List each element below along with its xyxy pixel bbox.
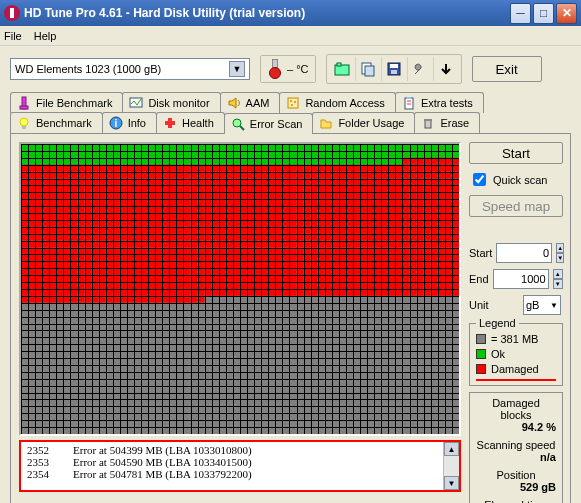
svg-rect-6 xyxy=(391,70,397,74)
thermometer-icon xyxy=(267,59,281,79)
legend-title: Legend xyxy=(476,317,519,329)
save-button[interactable] xyxy=(381,57,407,81)
bulb-icon xyxy=(17,116,31,130)
log-scrollbar[interactable]: ▲ ▼ xyxy=(443,442,459,490)
tab-erase[interactable]: Erase xyxy=(414,112,480,133)
tab-label: Disk monitor xyxy=(148,97,209,109)
side-panel: Start Quick scan Speed map Start ▲▼ End … xyxy=(469,142,563,503)
minimize-button[interactable]: ─ xyxy=(510,3,531,24)
tab-aam[interactable]: AAM xyxy=(220,92,281,113)
app-icon xyxy=(4,5,20,21)
svg-point-14 xyxy=(291,104,293,106)
trash-icon xyxy=(421,116,435,130)
damaged-blocks-value: 94.2 % xyxy=(476,421,556,433)
scroll-down-icon[interactable]: ▼ xyxy=(444,476,459,490)
temperature-value: – °C xyxy=(287,63,309,75)
quick-scan-label: Quick scan xyxy=(493,174,547,186)
svg-point-12 xyxy=(290,100,292,102)
copy-screenshot-button[interactable] xyxy=(329,57,355,81)
drive-select-value: WD Elements 1023 (1000 gB) xyxy=(15,63,161,75)
end-input[interactable] xyxy=(493,269,549,289)
log-row: 2353Error at 504590 MB (LBA 1033401500) xyxy=(27,456,437,468)
menu-help[interactable]: Help xyxy=(34,30,57,42)
chevron-down-icon: ▼ xyxy=(550,301,558,310)
tab-extra-tests[interactable]: Extra tests xyxy=(395,92,484,113)
legend-ok-label: Ok xyxy=(491,348,505,360)
copy-icon xyxy=(360,61,376,77)
file-benchmark-icon xyxy=(17,96,31,110)
svg-rect-27 xyxy=(425,120,431,128)
tab-area: File Benchmark Disk monitor AAM Random A… xyxy=(10,92,571,503)
block-swatch xyxy=(476,334,486,344)
exit-button[interactable]: Exit xyxy=(472,56,542,82)
tab-error-scan[interactable]: Error Scan xyxy=(224,113,314,134)
tab-label: Health xyxy=(182,117,214,129)
svg-marker-10 xyxy=(229,98,236,108)
maximize-button[interactable]: □ xyxy=(533,3,554,24)
window-title: HD Tune Pro 4.61 - Hard Disk Utility (tr… xyxy=(24,6,508,20)
error-log: 2352Error at 504399 MB (LBA 1033010800)2… xyxy=(19,440,461,492)
scroll-up-icon[interactable]: ▲ xyxy=(444,442,459,456)
end-spinner[interactable]: ▲▼ xyxy=(553,269,563,289)
tab-label: Error Scan xyxy=(250,118,303,130)
tab-row-top: File Benchmark Disk monitor AAM Random A… xyxy=(10,92,571,113)
start-input[interactable] xyxy=(496,243,552,263)
tab-folder-usage[interactable]: Folder Usage xyxy=(312,112,415,133)
svg-rect-5 xyxy=(390,64,398,68)
unit-select[interactable]: gB ▼ xyxy=(523,295,561,315)
clipboard-icon xyxy=(402,96,416,110)
svg-rect-3 xyxy=(365,66,374,76)
tab-random-access[interactable]: Random Access xyxy=(279,92,395,113)
svg-text:i: i xyxy=(114,118,117,129)
start-spinner[interactable]: ▲▼ xyxy=(556,243,564,263)
svg-rect-8 xyxy=(20,106,28,109)
legend-damaged-label: Damaged xyxy=(491,363,539,375)
tab-label: Erase xyxy=(440,117,469,129)
stats-box: Damaged blocks 94.2 % Scanning speed n/a… xyxy=(469,392,563,503)
title-bar: HD Tune Pro 4.61 - Hard Disk Utility (tr… xyxy=(0,0,581,26)
tab-benchmark[interactable]: Benchmark xyxy=(10,112,103,133)
legend: Legend = 381 MB Ok Damaged xyxy=(469,323,563,386)
tab-info[interactable]: i Info xyxy=(102,112,157,133)
folder-icon xyxy=(319,116,333,130)
health-icon xyxy=(163,116,177,130)
settings-button[interactable] xyxy=(407,57,433,81)
tab-body-error-scan: 2352Error at 504399 MB (LBA 1033010800)2… xyxy=(10,133,571,503)
speaker-icon xyxy=(227,96,241,110)
svg-point-25 xyxy=(233,119,241,127)
tab-label: Random Access xyxy=(305,97,384,109)
tab-file-benchmark[interactable]: File Benchmark xyxy=(10,92,123,113)
tab-label: Info xyxy=(128,117,146,129)
arrow-down-icon xyxy=(438,61,454,77)
copy-text-button[interactable] xyxy=(355,57,381,81)
temperature-display: – °C xyxy=(260,55,316,83)
tab-label: AAM xyxy=(246,97,270,109)
scanning-speed-value: n/a xyxy=(476,451,556,463)
tab-label: Benchmark xyxy=(36,117,92,129)
start-button[interactable]: Start xyxy=(469,142,563,164)
scanning-speed-label: Scanning speed xyxy=(476,439,556,451)
menu-file[interactable]: File xyxy=(4,30,22,42)
log-row: 2352Error at 504399 MB (LBA 1033010800) xyxy=(27,444,437,456)
elapsed-time-label: Elapsed time xyxy=(476,499,556,503)
tab-label: File Benchmark xyxy=(36,97,112,109)
toolbar: WD Elements 1023 (1000 gB) ▼ – °C Exit xyxy=(0,46,581,92)
svg-rect-11 xyxy=(288,98,298,108)
svg-line-26 xyxy=(240,126,244,130)
tab-row-bottom: Benchmark i Info Health Error Scan Folde… xyxy=(10,112,571,133)
log-row: 2354Error at 504781 MB (LBA 1033792200) xyxy=(27,468,437,480)
minimize-tray-button[interactable] xyxy=(433,57,459,81)
tab-disk-monitor[interactable]: Disk monitor xyxy=(122,92,220,113)
drive-select[interactable]: WD Elements 1023 (1000 gB) ▼ xyxy=(10,58,250,80)
quick-scan-checkbox[interactable]: Quick scan xyxy=(469,170,563,189)
close-button[interactable]: ✕ xyxy=(556,3,577,24)
quick-scan-input[interactable] xyxy=(473,173,486,186)
toolbar-icon-group xyxy=(326,54,462,84)
unit-label: Unit xyxy=(469,299,495,311)
position-label: Position xyxy=(476,469,556,481)
svg-rect-1 xyxy=(337,63,341,66)
tab-label: Extra tests xyxy=(421,97,473,109)
tab-health[interactable]: Health xyxy=(156,112,225,133)
info-icon: i xyxy=(109,116,123,130)
damaged-swatch xyxy=(476,364,486,374)
